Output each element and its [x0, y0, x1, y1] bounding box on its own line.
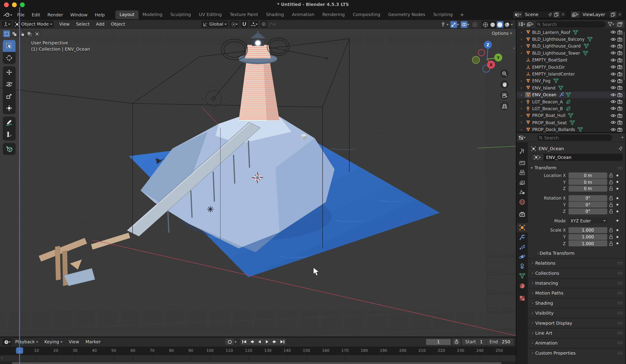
disclosure-icon[interactable]: › — [521, 106, 525, 111]
outliner-item-empty_boatspot[interactable]: EMPTY_BoatSpot — [516, 57, 625, 64]
panel-animation[interactable]: ›Animation — [531, 339, 623, 347]
new-collection-button[interactable] — [616, 21, 624, 27]
add-cube-tool-button[interactable] — [3, 143, 15, 155]
outliner-scrollbar[interactable] — [624, 32, 625, 80]
channel-expand-icon[interactable]: › — [1, 356, 3, 360]
lock-icon[interactable] — [607, 228, 614, 233]
animate-property-button[interactable] — [614, 229, 620, 231]
outliner-item-bld_lighthouse_balcony[interactable]: ›BLD_Lighthouse_Balcony — [516, 36, 625, 43]
timeline-scrollbar[interactable] — [12, 362, 502, 364]
blender-logo-icon[interactable] — [3, 12, 10, 18]
menu-window[interactable]: Window — [67, 12, 91, 17]
disable-in-renders-toggle[interactable] — [616, 93, 623, 97]
object-name[interactable]: EMPTY_IslandCenter — [532, 72, 575, 76]
animate-property-button[interactable] — [614, 220, 620, 222]
animate-property-button[interactable] — [614, 210, 620, 212]
object-name[interactable]: EMPTY_BoatSpot — [532, 58, 567, 62]
proportional-editing-toggle[interactable] — [260, 21, 267, 28]
lock-icon[interactable] — [607, 209, 614, 214]
properties-tab-physics[interactable] — [516, 252, 528, 262]
workspace-tab-modeling[interactable]: Modeling — [139, 10, 166, 19]
workspace-tab-sculpting[interactable]: Sculpting — [166, 10, 195, 19]
outliner-search-input[interactable] — [542, 21, 603, 27]
disable-in-renders-toggle[interactable] — [616, 58, 623, 62]
scene-pin-icon[interactable] — [548, 12, 552, 17]
outliner-filter-button[interactable]: ▾ — [608, 22, 614, 26]
disable-in-renders-toggle[interactable] — [616, 37, 623, 41]
navigation-gizmo[interactable]: Z Y X — [467, 34, 506, 73]
auto-keying-toggle[interactable] — [225, 339, 234, 345]
hide-in-viewport-toggle[interactable] — [610, 51, 616, 55]
disable-in-renders-toggle[interactable] — [616, 30, 623, 35]
object-name[interactable]: ENV_Fog — [532, 79, 550, 83]
properties-tab-scene[interactable] — [516, 187, 528, 197]
disclosure-icon[interactable]: › — [521, 100, 525, 104]
transform-orientation-selector[interactable]: Global▾ — [201, 21, 228, 28]
hide-in-viewport-toggle[interactable] — [610, 93, 616, 97]
animate-property-button[interactable] — [614, 174, 620, 176]
viewlayer-selector[interactable]: ▾ ViewLayer ✕ — [570, 11, 624, 18]
properties-tab-collection[interactable] — [516, 210, 528, 219]
properties-tab-tool[interactable] — [516, 147, 528, 156]
hide-in-viewport-toggle[interactable] — [610, 65, 616, 69]
select-box-tool-button[interactable] — [3, 40, 15, 52]
outliner-editor-type-button[interactable]: ▾ — [518, 22, 525, 27]
show-gizmo-toggle[interactable] — [450, 21, 457, 28]
play-reverse-button[interactable] — [256, 338, 263, 345]
disclosure-icon[interactable]: › — [521, 113, 525, 118]
hide-in-viewport-toggle[interactable] — [610, 38, 616, 41]
object-name[interactable]: ENV_Island — [532, 85, 555, 90]
scene-browse-icon[interactable]: ▾ — [513, 11, 522, 18]
disclosure-icon[interactable]: › — [521, 93, 525, 97]
hide-in-viewport-toggle[interactable] — [610, 100, 616, 104]
outliner-item-empty_dockdir[interactable]: EMPTY_DockDir — [516, 64, 625, 71]
hide-in-viewport-toggle[interactable] — [610, 44, 616, 48]
3d-viewport[interactable]: Options▾ User Perspective (1) Collection… — [0, 29, 516, 336]
scene-unlink-button[interactable]: ✕ — [560, 12, 567, 17]
outliner-item-lgt_beacon_a[interactable]: ›LGT_Beacon_A — [516, 98, 625, 105]
properties-editor-type-button[interactable]: ▾ — [519, 135, 525, 140]
select-mode-new-button[interactable] — [3, 30, 10, 37]
disclosure-icon[interactable]: › — [521, 79, 525, 83]
disable-in-renders-toggle[interactable] — [616, 106, 623, 111]
disable-in-renders-toggle[interactable] — [616, 44, 623, 48]
properties-tab-output[interactable] — [516, 168, 528, 178]
object-name[interactable]: BLD_Lighthouse_Guard — [532, 44, 581, 48]
previous-keyframe-button[interactable] — [248, 338, 255, 345]
jump-to-start-button[interactable] — [241, 338, 248, 345]
properties-tab-modifiers[interactable] — [516, 233, 528, 242]
disable-in-renders-toggle[interactable] — [616, 79, 623, 83]
hide-in-viewport-toggle[interactable] — [610, 127, 616, 131]
disable-in-renders-toggle[interactable] — [616, 127, 623, 131]
playhead[interactable] — [19, 7, 20, 364]
animate-property-button[interactable] — [614, 204, 620, 206]
select-mode-invert-button[interactable] — [26, 30, 33, 37]
disable-in-renders-toggle[interactable] — [616, 65, 623, 69]
next-keyframe-button[interactable] — [271, 338, 278, 345]
lock-icon[interactable] — [607, 173, 614, 178]
object-name[interactable]: EMPTY_DockDir — [532, 65, 565, 69]
menu-render[interactable]: Render — [44, 12, 67, 17]
shading-solid-button[interactable] — [489, 21, 496, 28]
disclosure-icon[interactable]: › — [521, 120, 525, 124]
workspace-tab-geometry-nodes[interactable]: Geometry Nodes — [384, 10, 430, 19]
rotation-mode-dropdown[interactable]: XYZ Euler▾ — [569, 218, 607, 224]
object-name-field[interactable]: ▾ ENV_Ocean — [531, 154, 623, 161]
properties-tab-material[interactable] — [516, 281, 528, 290]
object-name[interactable]: ENV_Ocean — [532, 92, 556, 97]
panel-relations[interactable]: ›Relations — [531, 259, 623, 267]
viewport-menu-select[interactable]: Select — [73, 22, 93, 27]
proportional-falloff-icon[interactable] — [268, 22, 274, 26]
properties-tab-render[interactable] — [516, 158, 528, 168]
disable-in-renders-toggle[interactable] — [616, 72, 623, 76]
measure-tool-button[interactable] — [3, 129, 15, 141]
workspace-tab-uv-editing[interactable]: UV Editing — [195, 10, 226, 19]
menu-help[interactable]: Help — [91, 12, 108, 17]
menu-file[interactable]: File — [14, 12, 28, 17]
play-button[interactable] — [263, 338, 271, 345]
pan-view-button[interactable] — [500, 80, 509, 88]
panel-drag-icon[interactable] — [617, 332, 623, 335]
panel-drag-icon[interactable] — [617, 292, 623, 295]
snap-target-selector[interactable]: ▾ — [249, 21, 259, 28]
lock-icon[interactable] — [607, 180, 614, 184]
